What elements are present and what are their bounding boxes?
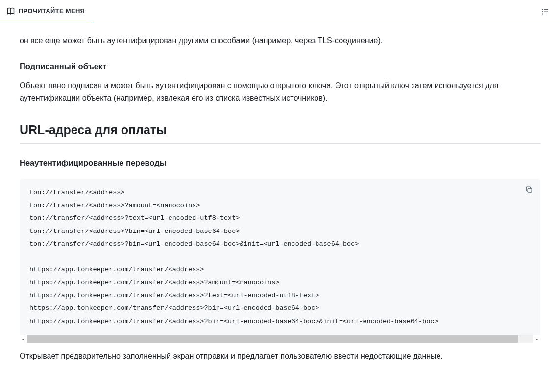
signed-object-text: Объект явно подписан и может быть аутент… <box>20 79 540 104</box>
outro-text: Открывает предварительно заполненный экр… <box>20 350 540 363</box>
readme-content: он все еще может быть аутентифицирован д… <box>0 23 560 384</box>
tab-readme[interactable]: ПРОЧИТАЙТЕ МЕНЯ <box>0 0 92 23</box>
svg-rect-5 <box>544 13 548 14</box>
svg-point-0 <box>542 9 543 10</box>
scroll-thumb[interactable] <box>27 335 518 343</box>
code-content[interactable]: ton://transfer/<address> ton://transfer/… <box>20 179 540 335</box>
svg-rect-1 <box>544 9 548 10</box>
horizontal-scrollbar[interactable]: ◂ ▸ <box>20 335 540 343</box>
scroll-right-arrow[interactable]: ▸ <box>533 335 540 343</box>
code-block: ton://transfer/<address> ton://transfer/… <box>20 179 540 343</box>
heading-signed-object: Подписанный объект <box>20 60 540 72</box>
book-icon <box>7 7 15 15</box>
svg-rect-6 <box>528 188 532 192</box>
copy-button[interactable] <box>522 183 536 197</box>
tab-bar: ПРОЧИТАЙТЕ МЕНЯ <box>0 0 560 23</box>
heading-unauth-transfers: Неаутентифицированные переводы <box>20 157 540 169</box>
svg-point-2 <box>542 11 543 12</box>
svg-rect-3 <box>544 11 548 12</box>
intro-fragment-text: он все еще может быть аутентифицирован д… <box>20 34 540 47</box>
heading-payment-urls: URL-адреса для оплаты <box>20 120 540 144</box>
tab-readme-label: ПРОЧИТАЙТЕ МЕНЯ <box>19 7 85 15</box>
scroll-left-arrow[interactable]: ◂ <box>20 335 27 343</box>
scroll-track[interactable] <box>27 335 533 343</box>
svg-point-4 <box>542 13 543 14</box>
toc-button[interactable] <box>537 4 553 20</box>
